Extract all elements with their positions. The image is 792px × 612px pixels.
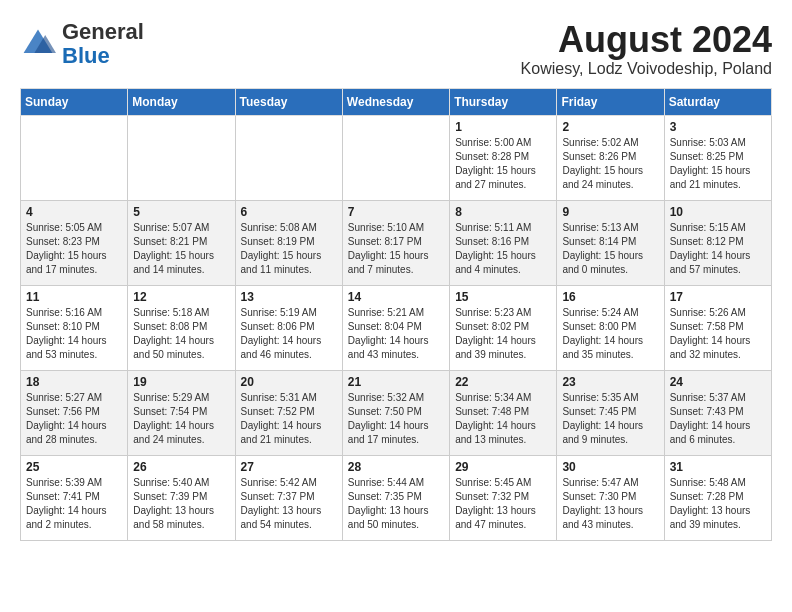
logo-icon <box>20 26 56 62</box>
calendar-cell: 10Sunrise: 5:15 AM Sunset: 8:12 PM Dayli… <box>664 200 771 285</box>
week-row-5: 25Sunrise: 5:39 AM Sunset: 7:41 PM Dayli… <box>21 455 772 540</box>
title-block: August 2024 Kowiesy, Lodz Voivodeship, P… <box>521 20 772 78</box>
day-number: 16 <box>562 290 658 304</box>
calendar-cell: 22Sunrise: 5:34 AM Sunset: 7:48 PM Dayli… <box>450 370 557 455</box>
day-number: 19 <box>133 375 229 389</box>
page-title: August 2024 <box>521 20 772 60</box>
day-number: 6 <box>241 205 337 219</box>
day-number: 31 <box>670 460 766 474</box>
day-number: 4 <box>26 205 122 219</box>
calendar-cell: 17Sunrise: 5:26 AM Sunset: 7:58 PM Dayli… <box>664 285 771 370</box>
page-subtitle: Kowiesy, Lodz Voivodeship, Poland <box>521 60 772 78</box>
calendar-cell <box>342 115 449 200</box>
day-info: Sunrise: 5:21 AM Sunset: 8:04 PM Dayligh… <box>348 306 444 362</box>
week-row-2: 4Sunrise: 5:05 AM Sunset: 8:23 PM Daylig… <box>21 200 772 285</box>
day-info: Sunrise: 5:27 AM Sunset: 7:56 PM Dayligh… <box>26 391 122 447</box>
week-row-3: 11Sunrise: 5:16 AM Sunset: 8:10 PM Dayli… <box>21 285 772 370</box>
day-info: Sunrise: 5:24 AM Sunset: 8:00 PM Dayligh… <box>562 306 658 362</box>
logo: General Blue <box>20 20 144 68</box>
day-number: 23 <box>562 375 658 389</box>
calendar-cell: 3Sunrise: 5:03 AM Sunset: 8:25 PM Daylig… <box>664 115 771 200</box>
day-info: Sunrise: 5:31 AM Sunset: 7:52 PM Dayligh… <box>241 391 337 447</box>
calendar-cell <box>235 115 342 200</box>
day-info: Sunrise: 5:23 AM Sunset: 8:02 PM Dayligh… <box>455 306 551 362</box>
day-info: Sunrise: 5:39 AM Sunset: 7:41 PM Dayligh… <box>26 476 122 532</box>
day-header-tuesday: Tuesday <box>235 88 342 115</box>
day-number: 12 <box>133 290 229 304</box>
calendar-cell: 4Sunrise: 5:05 AM Sunset: 8:23 PM Daylig… <box>21 200 128 285</box>
day-info: Sunrise: 5:16 AM Sunset: 8:10 PM Dayligh… <box>26 306 122 362</box>
calendar-header-row: SundayMondayTuesdayWednesdayThursdayFrid… <box>21 88 772 115</box>
calendar-cell: 21Sunrise: 5:32 AM Sunset: 7:50 PM Dayli… <box>342 370 449 455</box>
day-info: Sunrise: 5:45 AM Sunset: 7:32 PM Dayligh… <box>455 476 551 532</box>
day-number: 27 <box>241 460 337 474</box>
day-number: 25 <box>26 460 122 474</box>
calendar-cell: 16Sunrise: 5:24 AM Sunset: 8:00 PM Dayli… <box>557 285 664 370</box>
day-number: 21 <box>348 375 444 389</box>
day-number: 7 <box>348 205 444 219</box>
calendar-cell: 5Sunrise: 5:07 AM Sunset: 8:21 PM Daylig… <box>128 200 235 285</box>
day-info: Sunrise: 5:34 AM Sunset: 7:48 PM Dayligh… <box>455 391 551 447</box>
day-number: 3 <box>670 120 766 134</box>
calendar-cell: 15Sunrise: 5:23 AM Sunset: 8:02 PM Dayli… <box>450 285 557 370</box>
day-info: Sunrise: 5:13 AM Sunset: 8:14 PM Dayligh… <box>562 221 658 277</box>
day-number: 17 <box>670 290 766 304</box>
day-number: 20 <box>241 375 337 389</box>
page-header: General Blue August 2024 Kowiesy, Lodz V… <box>20 20 772 78</box>
day-number: 9 <box>562 205 658 219</box>
day-header-wednesday: Wednesday <box>342 88 449 115</box>
day-info: Sunrise: 5:05 AM Sunset: 8:23 PM Dayligh… <box>26 221 122 277</box>
calendar-cell: 18Sunrise: 5:27 AM Sunset: 7:56 PM Dayli… <box>21 370 128 455</box>
day-number: 22 <box>455 375 551 389</box>
day-info: Sunrise: 5:40 AM Sunset: 7:39 PM Dayligh… <box>133 476 229 532</box>
day-info: Sunrise: 5:32 AM Sunset: 7:50 PM Dayligh… <box>348 391 444 447</box>
week-row-1: 1Sunrise: 5:00 AM Sunset: 8:28 PM Daylig… <box>21 115 772 200</box>
day-header-monday: Monday <box>128 88 235 115</box>
calendar-cell: 24Sunrise: 5:37 AM Sunset: 7:43 PM Dayli… <box>664 370 771 455</box>
day-number: 5 <box>133 205 229 219</box>
day-number: 28 <box>348 460 444 474</box>
calendar-cell: 23Sunrise: 5:35 AM Sunset: 7:45 PM Dayli… <box>557 370 664 455</box>
day-info: Sunrise: 5:35 AM Sunset: 7:45 PM Dayligh… <box>562 391 658 447</box>
week-row-4: 18Sunrise: 5:27 AM Sunset: 7:56 PM Dayli… <box>21 370 772 455</box>
day-info: Sunrise: 5:37 AM Sunset: 7:43 PM Dayligh… <box>670 391 766 447</box>
calendar-cell: 6Sunrise: 5:08 AM Sunset: 8:19 PM Daylig… <box>235 200 342 285</box>
day-info: Sunrise: 5:00 AM Sunset: 8:28 PM Dayligh… <box>455 136 551 192</box>
calendar-cell: 2Sunrise: 5:02 AM Sunset: 8:26 PM Daylig… <box>557 115 664 200</box>
day-number: 2 <box>562 120 658 134</box>
calendar-cell: 13Sunrise: 5:19 AM Sunset: 8:06 PM Dayli… <box>235 285 342 370</box>
calendar-cell: 30Sunrise: 5:47 AM Sunset: 7:30 PM Dayli… <box>557 455 664 540</box>
day-info: Sunrise: 5:18 AM Sunset: 8:08 PM Dayligh… <box>133 306 229 362</box>
day-number: 30 <box>562 460 658 474</box>
day-info: Sunrise: 5:19 AM Sunset: 8:06 PM Dayligh… <box>241 306 337 362</box>
day-number: 24 <box>670 375 766 389</box>
day-info: Sunrise: 5:42 AM Sunset: 7:37 PM Dayligh… <box>241 476 337 532</box>
day-number: 8 <box>455 205 551 219</box>
calendar-cell: 7Sunrise: 5:10 AM Sunset: 8:17 PM Daylig… <box>342 200 449 285</box>
day-info: Sunrise: 5:26 AM Sunset: 7:58 PM Dayligh… <box>670 306 766 362</box>
day-number: 11 <box>26 290 122 304</box>
day-info: Sunrise: 5:02 AM Sunset: 8:26 PM Dayligh… <box>562 136 658 192</box>
day-header-thursday: Thursday <box>450 88 557 115</box>
day-info: Sunrise: 5:29 AM Sunset: 7:54 PM Dayligh… <box>133 391 229 447</box>
calendar-cell: 14Sunrise: 5:21 AM Sunset: 8:04 PM Dayli… <box>342 285 449 370</box>
day-number: 15 <box>455 290 551 304</box>
day-info: Sunrise: 5:03 AM Sunset: 8:25 PM Dayligh… <box>670 136 766 192</box>
day-number: 18 <box>26 375 122 389</box>
calendar-cell: 27Sunrise: 5:42 AM Sunset: 7:37 PM Dayli… <box>235 455 342 540</box>
day-number: 1 <box>455 120 551 134</box>
day-info: Sunrise: 5:08 AM Sunset: 8:19 PM Dayligh… <box>241 221 337 277</box>
logo-text: General Blue <box>62 20 144 68</box>
day-number: 13 <box>241 290 337 304</box>
calendar-cell: 9Sunrise: 5:13 AM Sunset: 8:14 PM Daylig… <box>557 200 664 285</box>
calendar-cell: 1Sunrise: 5:00 AM Sunset: 8:28 PM Daylig… <box>450 115 557 200</box>
logo-blue: Blue <box>62 43 110 68</box>
calendar-table: SundayMondayTuesdayWednesdayThursdayFrid… <box>20 88 772 541</box>
calendar-cell: 11Sunrise: 5:16 AM Sunset: 8:10 PM Dayli… <box>21 285 128 370</box>
day-info: Sunrise: 5:07 AM Sunset: 8:21 PM Dayligh… <box>133 221 229 277</box>
calendar-cell: 29Sunrise: 5:45 AM Sunset: 7:32 PM Dayli… <box>450 455 557 540</box>
calendar-cell: 26Sunrise: 5:40 AM Sunset: 7:39 PM Dayli… <box>128 455 235 540</box>
calendar-cell: 19Sunrise: 5:29 AM Sunset: 7:54 PM Dayli… <box>128 370 235 455</box>
calendar-cell: 8Sunrise: 5:11 AM Sunset: 8:16 PM Daylig… <box>450 200 557 285</box>
day-info: Sunrise: 5:48 AM Sunset: 7:28 PM Dayligh… <box>670 476 766 532</box>
